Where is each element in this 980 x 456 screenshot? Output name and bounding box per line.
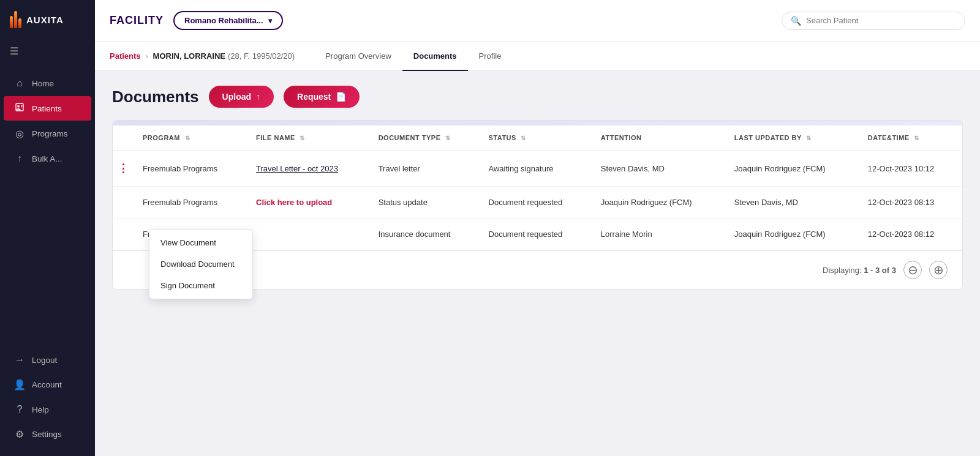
col-doctype[interactable]: DOCUMENT TYPE ⇅ — [370, 125, 480, 151]
col-actions — [113, 125, 134, 151]
main-area: FACILITY Romano Rehabilita... ▾ 🔍 Patien… — [95, 0, 980, 456]
search-icon: 🔍 — [791, 16, 801, 26]
patients-icon — [13, 102, 26, 114]
svg-rect-2 — [21, 105, 23, 106]
cell-status: Document requested — [480, 187, 592, 219]
page-header: Documents Upload ↑ Request 📄 — [112, 86, 963, 108]
breadcrumb-patients[interactable]: Patients — [110, 51, 141, 61]
col-attention: ATTENTION — [592, 125, 726, 151]
context-menu-download-document[interactable]: Download Document — [149, 253, 252, 275]
patient-tabs: Program Overview Documents Profile — [314, 42, 512, 70]
sidebar-item-help[interactable]: ? Help — [4, 398, 91, 421]
sidebar-item-account[interactable]: 👤 Account — [4, 373, 91, 397]
cell-attention: Lorraine Morin — [592, 219, 726, 250]
table-accent-bar — [113, 121, 962, 125]
context-menu-sign-document[interactable]: Sign Document — [149, 275, 252, 296]
request-doc-icon: 📄 — [336, 92, 346, 102]
sort-program-icon[interactable]: ⇅ — [185, 135, 190, 141]
facility-dropdown[interactable]: Romano Rehabilita... ▾ — [173, 11, 283, 30]
sidebar: AUXITA ☰ ⌂ Home Patients ◎ Programs ↑ Bu… — [0, 0, 95, 456]
context-menu: View Document Download Document Sign Doc… — [149, 229, 253, 299]
sidebar-item-help-label: Help — [32, 405, 49, 414]
sidebar-item-patients[interactable]: Patients — [4, 96, 91, 121]
table-row: ⋮Freemulab ProgramsTravel Letter - oct 2… — [113, 151, 962, 187]
bulk-icon: ↑ — [13, 153, 26, 164]
sidebar-item-logout[interactable]: → Logout — [4, 348, 91, 372]
action-menu-button[interactable]: ⋮ — [118, 162, 129, 174]
sort-status-icon[interactable]: ⇅ — [521, 135, 526, 141]
svg-point-1 — [17, 105, 20, 108]
hamburger-button[interactable]: ☰ — [0, 39, 95, 67]
col-program[interactable]: PROGRAM ⇅ — [134, 125, 247, 151]
home-icon: ⌂ — [13, 78, 26, 89]
table-header-row: PROGRAM ⇅ FILE NAME ⇅ DOCUMENT TYPE ⇅ — [113, 125, 962, 151]
svg-rect-3 — [21, 107, 23, 107]
cell-program: Freemulab Programs — [134, 151, 247, 187]
cell-filename[interactable]: Travel Letter - oct 2023 — [247, 151, 370, 187]
page-body: Documents Upload ↑ Request 📄 — [95, 71, 980, 456]
col-datetime[interactable]: DATE&TIME ⇅ — [859, 125, 962, 151]
cell-lastupdated: Steven Davis, MD — [726, 187, 859, 219]
sidebar-item-settings[interactable]: ⚙ Settings — [4, 422, 91, 446]
facility-name: Romano Rehabilita... — [184, 16, 263, 25]
sidebar-item-home[interactable]: ⌂ Home — [4, 72, 91, 95]
cell-doctype: Insurance document — [370, 219, 480, 250]
cell-program: Freemulab Programs — [134, 187, 247, 219]
search-bar[interactable]: 🔍 — [782, 12, 965, 30]
sidebar-nav: ⌂ Home Patients ◎ Programs ↑ Bulk A... — [0, 67, 95, 343]
sort-datetime-icon[interactable]: ⇅ — [914, 135, 919, 141]
cell-status: Document requested — [480, 219, 592, 250]
patient-info: (28, F, 1995/02/20) — [228, 51, 295, 61]
pagination-next-button[interactable]: ⊕ — [929, 261, 948, 279]
sort-lastupdated-icon[interactable]: ⇅ — [806, 135, 812, 141]
cell-datetime: 12-Oct-2023 10:12 — [859, 151, 962, 187]
sidebar-item-bulk-label: Bulk A... — [32, 154, 62, 163]
sidebar-item-home-label: Home — [32, 79, 54, 88]
sidebar-bottom: → Logout 👤 Account ? Help ⚙ Settings — [0, 343, 95, 456]
page-title: Documents — [112, 88, 199, 107]
table-row: Freemulab ProgramsClick here to uploadSt… — [113, 187, 962, 219]
pagination-prev-button[interactable]: ⊖ — [903, 261, 922, 279]
search-input[interactable] — [806, 16, 956, 25]
cell-lastupdated: Joaquin Rodriguez (FCM) — [726, 219, 859, 250]
row-actions-cell: ⋮ — [113, 151, 134, 187]
sidebar-item-logout-label: Logout — [32, 356, 57, 365]
tab-documents[interactable]: Documents — [402, 42, 468, 71]
chevron-down-icon: ▾ — [268, 17, 272, 25]
upload-button[interactable]: Upload ↑ — [209, 86, 274, 108]
sort-filename-icon[interactable]: ⇅ — [300, 135, 305, 141]
sidebar-item-programs[interactable]: ◎ Programs — [4, 122, 91, 146]
programs-icon: ◎ — [13, 128, 26, 140]
col-lastupdated[interactable]: LAST UPDATED BY ⇅ — [726, 125, 859, 151]
topbar: FACILITY Romano Rehabilita... ▾ 🔍 — [95, 0, 980, 42]
logo-icon — [10, 11, 21, 28]
tab-profile[interactable]: Profile — [468, 42, 513, 71]
context-menu-view-document[interactable]: View Document — [149, 232, 252, 253]
col-status[interactable]: STATUS ⇅ — [480, 125, 592, 151]
request-button[interactable]: Request 📄 — [284, 86, 360, 108]
col-filename[interactable]: FILE NAME ⇅ — [247, 125, 370, 151]
sidebar-item-settings-label: Settings — [32, 430, 62, 439]
breadcrumb-chevron-icon: › — [146, 52, 148, 61]
settings-icon: ⚙ — [13, 428, 26, 440]
account-icon: 👤 — [13, 379, 26, 391]
patient-name: MORIN, LORRAINE — [153, 51, 225, 61]
filename-link[interactable]: Travel Letter - oct 2023 — [256, 164, 338, 173]
cell-lastupdated: Joaquin Rodriguez (FCM) — [726, 151, 859, 187]
upload-link[interactable]: Click here to upload — [256, 198, 332, 207]
tab-program-overview[interactable]: Program Overview — [314, 42, 402, 71]
row-actions-cell — [113, 187, 134, 219]
sidebar-item-patients-label: Patients — [32, 104, 62, 113]
cell-datetime: 12-Oct-2023 08:12 — [859, 219, 962, 250]
cell-doctype: Status update — [370, 187, 480, 219]
sort-doctype-icon[interactable]: ⇅ — [445, 135, 451, 141]
help-icon: ? — [13, 404, 26, 415]
logout-icon: → — [13, 354, 26, 365]
cell-filename[interactable]: Click here to upload — [247, 187, 370, 219]
cell-attention: Joaquin Rodriguez (FCM) — [592, 187, 726, 219]
cell-datetime: 12-Oct-2023 08:13 — [859, 187, 962, 219]
patient-bar: Patients › MORIN, LORRAINE (28, F, 1995/… — [95, 42, 980, 71]
sidebar-logo: AUXITA — [0, 0, 95, 39]
sidebar-item-bulk[interactable]: ↑ Bulk A... — [4, 147, 91, 170]
cell-filename — [247, 219, 370, 250]
